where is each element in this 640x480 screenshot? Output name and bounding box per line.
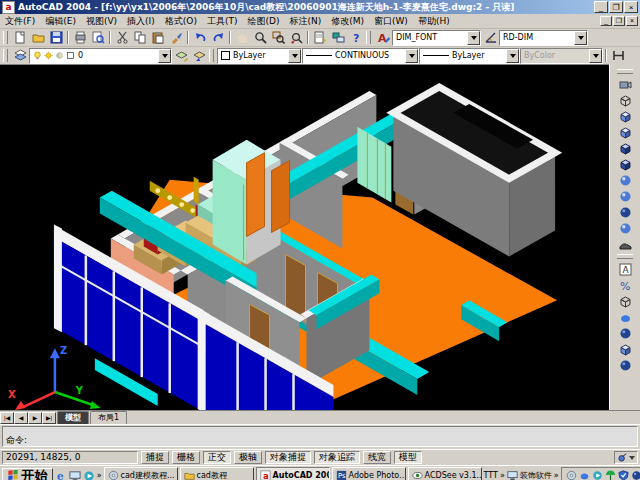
zoom-realtime-button[interactable]: [251, 30, 269, 45]
menu-draw[interactable]: 绘图(D): [242, 15, 284, 28]
tab-model[interactable]: 模型: [57, 411, 89, 424]
menu-format[interactable]: 格式(O): [160, 15, 202, 28]
toolbar-overflow[interactable]: »: [554, 471, 559, 480]
make-object-layer-current-button[interactable]: [172, 48, 190, 63]
toolbar-grip[interactable]: [366, 31, 371, 44]
properties-button[interactable]: [311, 30, 329, 45]
lineweight-toggle[interactable]: 线宽: [363, 451, 391, 464]
dropdown-arrow-icon[interactable]: [467, 31, 480, 45]
gouraud-shaded-edges-button[interactable]: [615, 188, 635, 204]
cut-button[interactable]: [113, 30, 131, 45]
materials-button[interactable]: [615, 261, 635, 277]
task-cad-modeling-tutorial[interactable]: cad建模教程...: [104, 467, 178, 480]
gouraud-shaded-button[interactable]: [615, 156, 635, 172]
dropdown-arrow-icon[interactable]: [506, 49, 519, 63]
open-button[interactable]: [29, 30, 47, 45]
ortho-toggle[interactable]: 正交: [203, 451, 231, 464]
menu-view[interactable]: 视图(V): [81, 15, 122, 28]
model-space-toggle[interactable]: 模型: [394, 451, 422, 464]
tab-first-button[interactable]: |◀: [0, 412, 14, 424]
toolbar-grip[interactable]: [209, 49, 214, 62]
text-style-dropdown[interactable]: DIM_FONT: [392, 30, 481, 46]
otrack-toggle[interactable]: 对象追踪: [314, 451, 360, 464]
render-button[interactable]: [615, 204, 635, 220]
snap-toggle[interactable]: 捕捉: [141, 451, 169, 464]
new-button[interactable]: [11, 30, 29, 45]
layer-dropdown[interactable]: 0: [29, 48, 172, 64]
toolbar-grip[interactable]: [3, 31, 8, 44]
tab-last-button[interactable]: ▶|: [42, 412, 56, 424]
toolbar-grip[interactable]: [3, 49, 8, 62]
undo-button[interactable]: [191, 30, 209, 45]
tray-antivirus-umbrella-icon[interactable]: [605, 470, 616, 480]
copy-button[interactable]: [131, 30, 149, 45]
mdi-close-button[interactable]: ×: [626, 16, 638, 26]
task-autocad[interactable]: AutoCAD 200...: [256, 467, 330, 480]
match-properties-button[interactable]: [167, 30, 185, 45]
paste-button[interactable]: [149, 30, 167, 45]
communication-center[interactable]: [614, 451, 638, 464]
tray-dark-sphere-icon[interactable]: [631, 470, 640, 480]
render-preferences-button[interactable]: [615, 357, 635, 373]
text-style-button[interactable]: [374, 30, 392, 45]
tab-next-button[interactable]: ▶: [28, 412, 42, 424]
ie-icon[interactable]: [55, 470, 67, 480]
tray-media-icon[interactable]: [592, 470, 603, 480]
toolbar-grip[interactable]: [617, 69, 633, 74]
2d-wireframe-button[interactable]: [615, 92, 635, 108]
start-button[interactable]: 开始: [2, 468, 53, 480]
menu-help[interactable]: 帮助(H): [413, 15, 455, 28]
grid-toggle[interactable]: 栅格: [172, 451, 200, 464]
flat-shaded-edges-button[interactable]: [615, 172, 635, 188]
mdi-restore-button[interactable]: ❐: [613, 16, 625, 26]
task-acdsee[interactable]: ACDSee v3.1...: [408, 467, 482, 480]
designcenter-button[interactable]: [329, 30, 347, 45]
hidden-view-button[interactable]: [615, 124, 635, 140]
taskbar-toolbar-decor[interactable]: 装饰软件 »: [507, 470, 559, 480]
menu-window[interactable]: 窗口(W): [369, 15, 413, 28]
model-viewport[interactable]: Z X Y: [0, 64, 609, 410]
lineweight-dropdown[interactable]: ByLayer: [419, 48, 520, 64]
zoom-previous-button[interactable]: [287, 30, 305, 45]
command-input-area[interactable]: 命令:: [2, 426, 638, 447]
tray-shield-icon[interactable]: [618, 470, 629, 480]
background-button[interactable]: [615, 309, 635, 325]
command-prompt[interactable]: 命令:: [6, 435, 634, 446]
tab-previous-button[interactable]: ◀: [14, 412, 28, 424]
taskbar-toolbar-ttt[interactable]: TTT »: [484, 471, 505, 480]
osnap-toggle[interactable]: 对象捕捉: [265, 451, 311, 464]
menu-edit[interactable]: 编辑(E): [40, 15, 81, 28]
plot-preview-button[interactable]: [89, 30, 107, 45]
flat-shaded-button[interactable]: [615, 140, 635, 156]
tray-blob-icon[interactable]: [579, 470, 590, 480]
plot-button[interactable]: [71, 30, 89, 45]
save-button[interactable]: [47, 30, 65, 45]
tab-layout1[interactable]: 布局1: [90, 411, 127, 424]
dropdown-arrow-icon[interactable]: [288, 49, 301, 63]
polar-toggle[interactable]: 极轴: [234, 451, 262, 464]
dropdown-arrow-icon[interactable]: [574, 31, 587, 45]
docked-toolbar-button[interactable]: [609, 48, 627, 63]
close-button[interactable]: ×: [624, 1, 638, 13]
fog-button[interactable]: [615, 325, 635, 341]
quick-launch-overflow[interactable]: »: [97, 471, 102, 480]
dim-style-button[interactable]: [481, 30, 499, 45]
color-dropdown[interactable]: ByLayer: [217, 48, 302, 64]
restore-button[interactable]: ❐: [609, 1, 623, 13]
scenes-button[interactable]: [615, 220, 635, 236]
linetype-dropdown[interactable]: CONTINUOUS: [302, 48, 419, 64]
show-desktop-icon[interactable]: [69, 470, 81, 480]
dim-style-dropdown[interactable]: RD-DIM: [499, 30, 588, 46]
redo-button[interactable]: [209, 30, 227, 45]
mapping-button[interactable]: [615, 293, 635, 309]
menu-tools[interactable]: 工具(T): [202, 15, 243, 28]
layer-manager-button[interactable]: [11, 48, 29, 63]
zoom-window-button[interactable]: [269, 30, 287, 45]
toolbar-grip[interactable]: [617, 254, 633, 259]
tray-clock-app-icon[interactable]: [566, 470, 577, 480]
coordinate-readout[interactable]: 20291, 14825, 0: [2, 451, 138, 464]
3d-wireframe-button[interactable]: [615, 108, 635, 124]
menu-file[interactable]: 文件(F): [0, 15, 40, 28]
toolbar-overflow[interactable]: »: [500, 471, 505, 480]
task-adobe-photoshop[interactable]: Adobe Photo...: [332, 467, 406, 480]
